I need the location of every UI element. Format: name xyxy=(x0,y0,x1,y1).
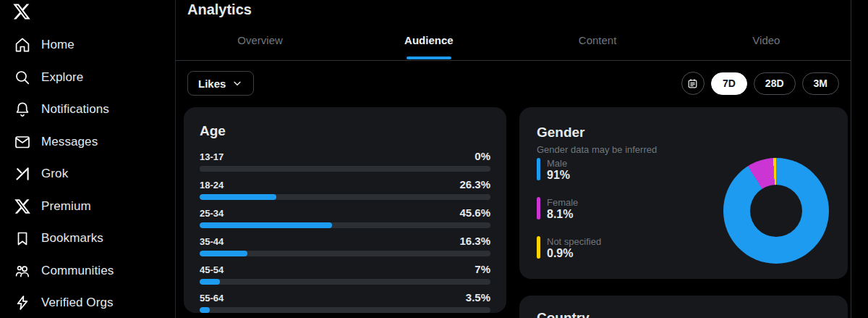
gender-card-subtitle: Gender data may be inferred xyxy=(537,144,830,155)
sidebar-item-label: Home xyxy=(41,38,75,52)
country-card-title: Country xyxy=(537,310,830,318)
sidebar-item-home[interactable]: Home xyxy=(0,29,174,62)
sidebar-nav: Home Explore Notifications Messages xyxy=(0,29,174,318)
tab-label: Video xyxy=(752,34,780,46)
sidebar-item-label: Verified Orgs xyxy=(41,296,114,310)
sidebar-item-explore[interactable]: Explore xyxy=(0,62,174,94)
lightning-icon xyxy=(13,293,32,312)
toolbar: Likes 7D 28D 3M xyxy=(176,61,851,107)
age-card: Age 13-17 0% 18-24 26.3% xyxy=(184,107,506,313)
tab-label: Content xyxy=(579,34,617,46)
age-bucket-value: 3.5% xyxy=(466,291,490,304)
bell-icon xyxy=(13,100,32,119)
age-bucket-value: 26.3% xyxy=(459,178,490,191)
age-bar-fill xyxy=(200,222,332,228)
main-content: Analytics Overview Audience Content Vide… xyxy=(175,0,851,318)
sidebar-item-label: Explore xyxy=(41,70,83,85)
period-label: 3M xyxy=(814,78,827,89)
age-bar-fill xyxy=(200,251,247,256)
age-bar-track xyxy=(200,194,490,200)
age-bar-track xyxy=(200,279,490,285)
period-3m-button[interactable]: 3M xyxy=(802,72,839,95)
gender-card-title: Gender xyxy=(537,125,830,141)
age-bucket-value: 16.3% xyxy=(459,235,490,247)
tab-content[interactable]: Content xyxy=(514,20,682,60)
period-7d-button[interactable]: 7D xyxy=(711,72,747,95)
tab-audience[interactable]: Audience xyxy=(344,20,513,60)
tab-video[interactable]: Video xyxy=(682,20,851,60)
age-bucket-value: 0% xyxy=(475,150,490,162)
period-28d-button[interactable]: 28D xyxy=(754,72,796,95)
sidebar: Home Explore Notifications Messages xyxy=(0,0,174,318)
sidebar-item-grok[interactable]: Grok xyxy=(0,158,174,191)
legend-label: Not specified xyxy=(547,236,601,247)
age-bar-fill xyxy=(200,307,210,313)
metric-filter-dropdown[interactable]: Likes xyxy=(187,71,254,96)
sidebar-item-notifications[interactable]: Notifications xyxy=(0,93,174,126)
tab-overview[interactable]: Overview xyxy=(176,20,344,60)
legend-label: Male xyxy=(547,158,570,169)
sidebar-item-bookmarks[interactable]: Bookmarks xyxy=(0,222,174,255)
tab-bar: Overview Audience Content Video xyxy=(176,20,851,61)
x-logo-icon[interactable] xyxy=(12,2,31,21)
gender-donut-chart xyxy=(723,158,829,264)
legend-item-not-specified: Not specified 0.9% xyxy=(537,236,601,259)
age-row-25-34: 25-34 45.6% xyxy=(200,204,490,232)
sidebar-item-messages[interactable]: Messages xyxy=(0,126,174,159)
age-card-title: Age xyxy=(200,123,490,139)
x-premium-icon xyxy=(13,197,32,216)
sidebar-item-label: Notifications xyxy=(41,102,109,117)
age-bar-track xyxy=(200,222,490,228)
envelope-icon xyxy=(13,133,32,151)
age-bucket-label: 45-54 xyxy=(200,264,224,275)
period-selector: 7D 28D 3M xyxy=(681,72,839,95)
calendar-icon xyxy=(686,78,699,90)
age-bar-chart: 13-17 0% 18-24 26.3% 25-34 45.6% xyxy=(200,147,490,317)
active-tab-underline xyxy=(407,57,451,59)
legend-value: 8.1% xyxy=(547,208,578,221)
age-row-18-24: 18-24 26.3% xyxy=(200,175,490,204)
chevron-down-icon xyxy=(231,78,243,89)
sidebar-item-premium[interactable]: Premium xyxy=(0,191,174,223)
sidebar-item-label: Premium xyxy=(41,199,91,214)
age-bar-track xyxy=(200,166,490,172)
search-icon xyxy=(13,68,32,87)
age-bar-track xyxy=(200,251,490,256)
people-icon xyxy=(13,261,32,280)
sidebar-item-label: Grok xyxy=(41,167,68,181)
age-bucket-value: 7% xyxy=(475,263,490,275)
legend-item-male: Male 91% xyxy=(537,158,601,180)
legend-swatch xyxy=(537,197,540,219)
sidebar-item-communities[interactable]: Communities xyxy=(0,255,174,288)
page-title: Analytics xyxy=(187,1,252,18)
period-label: 28D xyxy=(765,78,784,89)
sidebar-item-label: Bookmarks xyxy=(41,231,103,246)
analytics-page: Home Explore Notifications Messages xyxy=(0,0,868,318)
age-row-13-17: 13-17 0% xyxy=(200,147,490,175)
calendar-button[interactable] xyxy=(681,72,705,95)
legend-swatch xyxy=(537,158,540,180)
age-row-55-64: 55-64 3.5% xyxy=(200,288,490,317)
grok-icon xyxy=(13,164,32,183)
age-bucket-value: 45.6% xyxy=(459,206,490,219)
sidebar-item-label: Messages xyxy=(41,135,98,149)
country-card: Country xyxy=(519,296,848,318)
age-bar-fill xyxy=(200,279,220,285)
gender-legend: Male 91% Female 8.1% Not specified 0.9 xyxy=(537,158,601,275)
legend-value: 0.9% xyxy=(547,247,601,260)
age-bar-fill xyxy=(200,194,276,200)
sidebar-item-label: Communities xyxy=(41,264,114,278)
metric-filter-label: Likes xyxy=(198,78,226,90)
tab-label: Audience xyxy=(404,34,454,46)
legend-label: Female xyxy=(547,197,578,208)
bookmark-icon xyxy=(13,229,32,248)
tab-label: Overview xyxy=(237,34,283,46)
age-bucket-label: 18-24 xyxy=(200,180,224,191)
age-bucket-label: 35-44 xyxy=(200,236,224,247)
age-bucket-label: 55-64 xyxy=(200,293,224,304)
sidebar-item-verified-orgs[interactable]: Verified Orgs xyxy=(0,287,174,318)
age-bucket-label: 25-34 xyxy=(200,208,224,219)
age-row-45-54: 45-54 7% xyxy=(200,260,490,288)
age-bucket-label: 13-17 xyxy=(200,151,224,162)
gender-card: Gender Gender data may be inferred Male … xyxy=(519,107,848,279)
